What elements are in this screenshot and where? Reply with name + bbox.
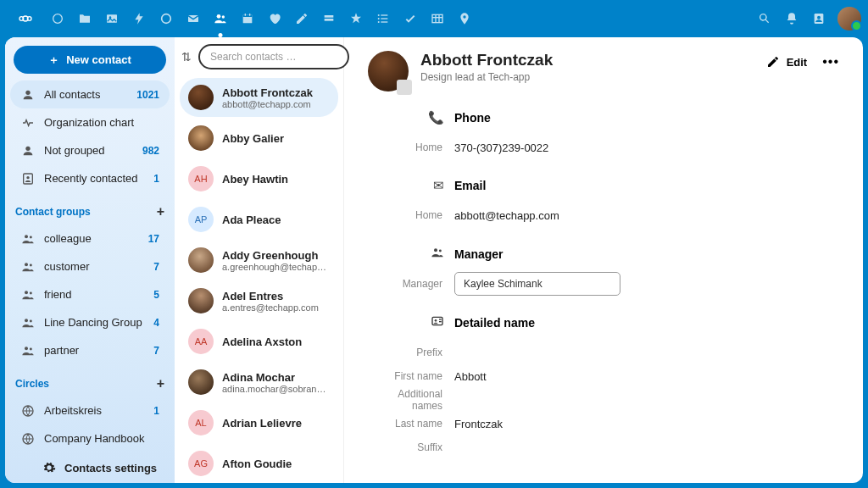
contact-subtitle: Design lead at Tech-app: [420, 71, 754, 83]
files-app-icon[interactable]: [71, 5, 98, 32]
mail-app-icon[interactable]: [180, 5, 207, 32]
tasks-app-icon[interactable]: [370, 5, 397, 32]
avatar: AP: [188, 207, 214, 232]
app-logo[interactable]: [7, 12, 44, 25]
sidebar-item-not-grouped[interactable]: Not grouped982: [10, 136, 170, 164]
sidebar-item-organization-chart[interactable]: Organization chart: [10, 108, 170, 136]
svg-point-36: [30, 263, 32, 266]
notifications-icon[interactable]: [778, 5, 805, 32]
circle-arbeitskreis[interactable]: Arbeitskreis1: [10, 396, 170, 424]
contact-item[interactable]: AAAdelina Axston: [180, 322, 338, 361]
group-colleague[interactable]: colleague17: [10, 225, 170, 252]
add-group-icon[interactable]: +: [157, 204, 164, 219]
svg-rect-4: [107, 14, 117, 22]
top-bar: [0, 0, 868, 37]
pencil-icon: [766, 55, 780, 69]
contact-detail: Abbott Frontczak Design lead at Tech-app…: [344, 37, 863, 483]
svg-point-28: [817, 16, 821, 19]
svg-rect-14: [325, 15, 334, 18]
activity-app-icon[interactable]: [125, 5, 153, 32]
circle-company-handbook[interactable]: Company Handbook: [10, 424, 170, 452]
search-icon[interactable]: [751, 5, 778, 32]
tables-app-icon[interactable]: [424, 5, 451, 32]
detailed-name-heading: Detailed name: [454, 316, 535, 330]
svg-point-21: [378, 21, 380, 23]
notes-app-icon[interactable]: [288, 5, 315, 32]
contact-item[interactable]: APAda Pleace: [180, 200, 338, 239]
search-input[interactable]: [198, 44, 349, 69]
svg-point-9: [222, 15, 225, 18]
contacts-app-icon[interactable]: [207, 5, 234, 32]
dashboard-app-icon[interactable]: [44, 5, 71, 32]
contact-item[interactable]: Addy Greenhougha.greenhough@techapp.com: [180, 241, 338, 280]
last-name-value: Frontczak: [454, 418, 503, 430]
deck-app-icon[interactable]: [315, 5, 342, 32]
svg-point-45: [434, 248, 437, 252]
edit-button[interactable]: Edit: [766, 55, 808, 69]
contact-item[interactable]: ALAdrian Lelievre: [180, 403, 338, 442]
add-circle-icon[interactable]: +: [157, 376, 164, 391]
manager-heading: Manager: [454, 247, 504, 261]
svg-point-40: [30, 319, 32, 322]
checks-app-icon[interactable]: [397, 5, 424, 32]
manager-field[interactable]: Kaylee Schimank: [454, 272, 620, 296]
svg-point-26: [463, 15, 465, 18]
group-line-dancing-group[interactable]: Line Dancing Group4: [10, 308, 170, 336]
svg-point-48: [435, 319, 437, 322]
contact-item[interactable]: AHAbey Hawtin: [180, 159, 338, 198]
svg-point-33: [25, 235, 28, 238]
avatar: [188, 125, 214, 151]
avatar: [188, 85, 214, 110]
svg-point-42: [30, 347, 32, 350]
new-contact-button[interactable]: ＋New contact: [14, 46, 166, 74]
svg-point-32: [26, 176, 29, 179]
gear-icon: [42, 461, 56, 474]
svg-point-38: [30, 291, 32, 294]
avatar: AG: [188, 451, 214, 476]
avatar: [188, 288, 214, 313]
group-friend[interactable]: friend5: [10, 280, 170, 308]
svg-point-19: [378, 14, 380, 16]
svg-point-3: [53, 14, 63, 24]
contact-item[interactable]: Abbott Frontczakabbott@techapp.com: [180, 78, 338, 117]
calendar-app-icon[interactable]: [234, 5, 261, 32]
circles-heading: Circles: [15, 378, 49, 390]
svg-point-39: [25, 319, 28, 322]
svg-point-8: [217, 14, 221, 19]
svg-point-30: [25, 146, 30, 150]
svg-rect-22: [432, 14, 442, 22]
photos-app-icon[interactable]: [98, 5, 125, 32]
svg-point-46: [439, 250, 442, 252]
sidebar: ＋New contact All contacts1021Organizatio…: [5, 37, 175, 483]
sort-icon[interactable]: ⇅: [181, 50, 192, 64]
contacts-settings[interactable]: Contacts settings: [5, 452, 175, 483]
contact-avatar[interactable]: [368, 51, 409, 92]
group-customer[interactable]: customer7: [10, 252, 170, 280]
health-app-icon[interactable]: [261, 5, 288, 32]
bookmarks-app-icon[interactable]: [342, 5, 370, 32]
user-avatar[interactable]: [837, 7, 861, 30]
contact-name: Abbott Frontczak: [420, 51, 754, 69]
more-menu[interactable]: •••: [822, 54, 839, 69]
avatar: AH: [188, 166, 214, 191]
phone-icon: 📞: [368, 110, 444, 125]
plus-icon: ＋: [48, 53, 59, 68]
contact-item[interactable]: Abby Galier: [180, 119, 338, 158]
maps-app-icon[interactable]: [451, 5, 478, 32]
phone-value: 370-(307)239-0022: [454, 141, 548, 154]
svg-point-37: [25, 291, 28, 294]
svg-rect-15: [325, 19, 334, 21]
contact-item[interactable]: Adina Mocharadina.mochar@sobrana.com: [180, 363, 338, 402]
email-value: abbott@techapp.com: [454, 209, 559, 222]
sidebar-item-all-contacts[interactable]: All contacts1021: [10, 80, 170, 108]
contact-item[interactable]: AGAfton Goudie: [180, 444, 338, 483]
svg-point-29: [25, 90, 30, 94]
contact-item[interactable]: Adel Entresa.entres@techapp.com: [180, 281, 338, 320]
sidebar-item-recently-contacted[interactable]: Recently contacted1: [10, 164, 170, 192]
talk-app-icon[interactable]: [153, 5, 180, 32]
svg-point-41: [25, 347, 28, 350]
contact-groups-heading: Contact groups: [15, 206, 91, 218]
group-partner[interactable]: partner7: [10, 336, 170, 364]
contacts-menu-icon[interactable]: [805, 5, 832, 32]
first-name-value: Abbott: [454, 370, 487, 383]
